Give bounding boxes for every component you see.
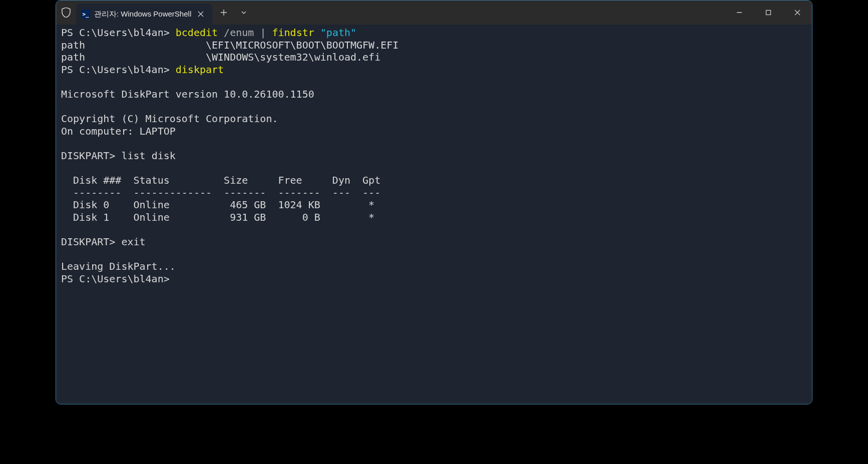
output-line: path \EFI\MICROSOFT\BOOT\BOOTMGFW.EFI: [61, 39, 398, 51]
pipe-token: |: [260, 27, 266, 39]
string-literal: "path": [320, 27, 356, 39]
diskpart-command: list disk: [121, 150, 175, 162]
admin-shield-icon: [56, 1, 76, 25]
diskpart-command: exit: [121, 236, 145, 248]
output-line: Copyright (C) Microsoft Corporation.: [61, 113, 278, 125]
terminal-window: >_ 관리자: Windows PowerShell: [56, 0, 812, 404]
ps-prompt: PS C:\Users\bl4an>: [61, 64, 176, 76]
tab-title: 관리자: Windows PowerShell: [94, 10, 191, 19]
powershell-icon: >_: [81, 10, 90, 19]
new-tab-button[interactable]: [212, 1, 235, 25]
window-controls: [725, 1, 812, 25]
table-row: Disk 1 Online 931 GB 0 B *: [61, 211, 374, 223]
svg-rect-0: [766, 11, 771, 15]
tab-close-button[interactable]: [195, 9, 206, 20]
terminal-output[interactable]: PS C:\Users\bl4an> bcdedit /enum | finds…: [56, 25, 812, 404]
ps-prompt: PS C:\Users\bl4an>: [61, 273, 170, 285]
ps-prompt: PS C:\Users\bl4an>: [61, 27, 176, 39]
minimize-button[interactable]: [725, 1, 754, 25]
command-token: diskpart: [176, 64, 224, 76]
diskpart-prompt: DISKPART>: [61, 150, 121, 162]
close-button[interactable]: [783, 1, 812, 25]
output-line: Microsoft DiskPart version 10.0.26100.11…: [61, 88, 314, 100]
tab-dropdown-button[interactable]: [235, 1, 252, 25]
table-row: Disk 0 Online 465 GB 1024 KB *: [61, 199, 374, 211]
command-arg: /enum: [218, 27, 260, 39]
output-line: On computer: LAPTOP: [61, 125, 176, 137]
tab-powershell[interactable]: >_ 관리자: Windows PowerShell: [76, 4, 212, 25]
titlebar[interactable]: >_ 관리자: Windows PowerShell: [56, 1, 812, 25]
maximize-button[interactable]: [754, 1, 783, 25]
titlebar-left: >_ 관리자: Windows PowerShell: [56, 1, 725, 25]
command-token: findstr: [266, 27, 320, 39]
table-separator: -------- ------------- ------- ------- -…: [61, 187, 380, 199]
output-line: path \WINDOWS\system32\winload.efi: [61, 51, 380, 63]
diskpart-prompt: DISKPART>: [61, 236, 121, 248]
output-line: Leaving DiskPart...: [61, 260, 176, 272]
command-token: bcdedit: [176, 27, 218, 39]
table-header: Disk ### Status Size Free Dyn Gpt: [61, 174, 380, 186]
